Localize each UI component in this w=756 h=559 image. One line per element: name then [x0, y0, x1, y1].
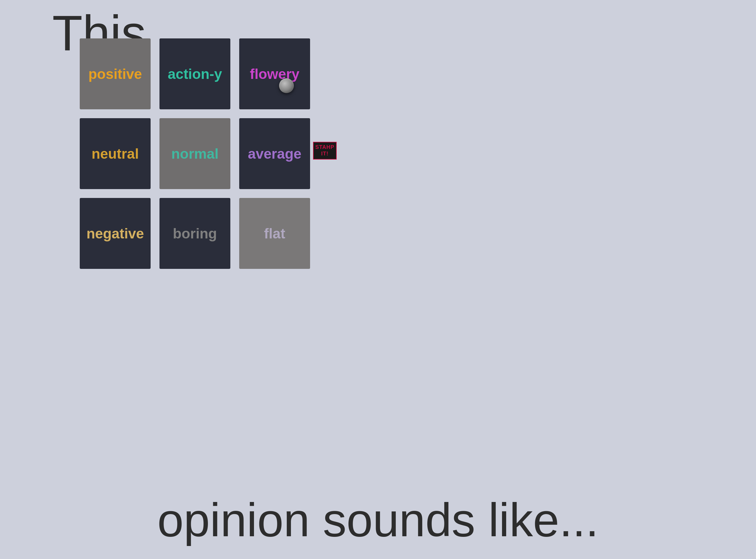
knob-icon[interactable] [279, 78, 294, 93]
cell-average[interactable]: average [239, 118, 310, 189]
cell-flat-label: flat [264, 225, 285, 242]
cell-neutral[interactable]: neutral [80, 118, 151, 189]
cell-flowery-label: flowery [250, 66, 299, 82]
cell-negative[interactable]: negative [80, 198, 151, 269]
cell-flat[interactable]: flat [239, 198, 310, 269]
cell-normal-label: normal [171, 146, 219, 162]
cell-flowery[interactable]: flowery [239, 39, 310, 109]
option-grid: positive action-y flowery neutral normal… [80, 39, 310, 269]
cell-neutral-label: neutral [92, 146, 139, 162]
stahp-it-button[interactable]: STAHP IT! [313, 142, 337, 160]
cell-boring-label: boring [173, 225, 217, 242]
cell-negative-label: negative [87, 225, 144, 242]
cell-action-y[interactable]: action-y [159, 39, 230, 109]
cell-positive[interactable]: positive [80, 39, 151, 109]
cell-action-y-label: action-y [168, 66, 222, 82]
cell-boring[interactable]: boring [159, 198, 230, 269]
cell-average-label: average [248, 146, 301, 162]
cell-normal[interactable]: normal [159, 118, 230, 189]
page-subtitle: opinion sounds like... [0, 493, 756, 547]
cell-positive-label: positive [88, 66, 142, 82]
